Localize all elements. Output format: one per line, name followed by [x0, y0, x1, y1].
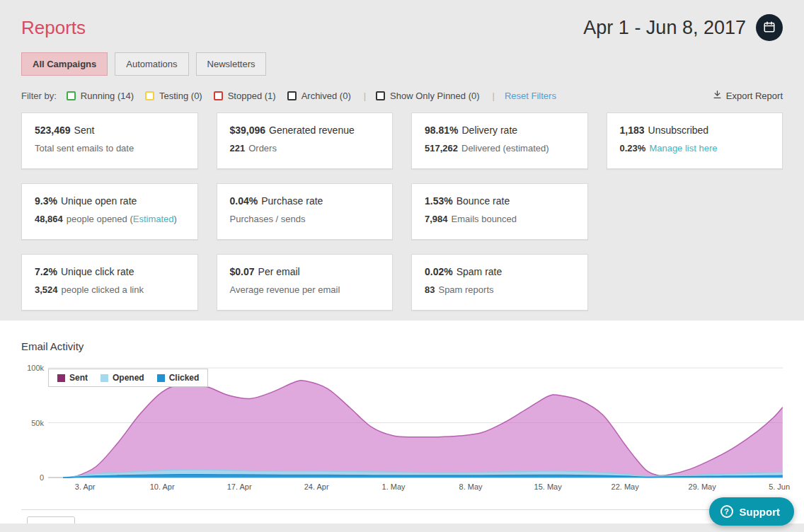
sent-swatch-icon: [57, 374, 65, 382]
filter-running-label: Running (14): [81, 91, 134, 101]
stat-primary: 1,183Unsubscribed: [620, 125, 770, 136]
filter-pinned-label: Show Only Pinned (0): [390, 91, 479, 101]
stat-secondary: 48,864people opened (Estimated): [35, 214, 185, 224]
legend-item-opened: Opened: [100, 373, 144, 383]
stat-secondary: 0.23%Manage list here: [620, 143, 770, 154]
filter-show-only-pinned[interactable]: Show Only Pinned (0): [376, 91, 479, 101]
campaign-tabs: All Campaigns Automations Newsletters: [21, 52, 783, 76]
svg-text:50k: 50k: [31, 419, 44, 427]
stopped-checkbox[interactable]: [214, 91, 223, 100]
svg-text:1. May: 1. May: [382, 482, 406, 491]
chart-title: Email Activity: [0, 320, 804, 352]
stat-secondary: 83Spam reports: [425, 284, 575, 295]
svg-text:8. May: 8. May: [459, 482, 483, 491]
svg-text:24. Apr: 24. Apr: [304, 482, 329, 491]
export-report-button[interactable]: Export Report: [713, 90, 783, 101]
svg-text:10. Apr: 10. Apr: [150, 482, 175, 491]
calendar-icon: [763, 21, 776, 35]
stat-card-unique-click-rate: 7.2%Unique click rate 3,524people clicke…: [21, 254, 198, 311]
stat-card-sent: 523,469Sent Total sent emails to date: [21, 112, 198, 169]
filter-bar: Filter by: Running (14) Testing (0) Stop…: [21, 90, 783, 101]
page-title: Reports: [21, 17, 86, 39]
separator: |: [364, 91, 366, 101]
support-button[interactable]: ? Support: [709, 497, 795, 526]
question-icon: ?: [720, 505, 733, 518]
filter-stopped[interactable]: Stopped (1): [214, 91, 276, 101]
chart-legend: Sent Opened Clicked: [48, 369, 208, 387]
stat-card-unsubscribed: 1,183Unsubscribed 0.23%Manage list here: [607, 112, 783, 169]
estimated-link[interactable]: Estimated: [133, 214, 174, 224]
partial-control[interactable]: [27, 516, 75, 524]
svg-text:29. May: 29. May: [689, 482, 717, 491]
filter-archived-label: Archived (0): [302, 91, 351, 101]
stat-card-generated-revenue: $39,096Generated revenue 221Orders: [217, 112, 394, 169]
date-range-text[interactable]: Apr 1 - Jun 8, 2017: [583, 17, 746, 39]
legend-item-clicked: Clicked: [157, 373, 200, 383]
reset-filters-link[interactable]: Reset Filters: [505, 91, 556, 101]
header: Reports Apr 1 - Jun 8, 2017: [21, 11, 783, 44]
testing-checkbox[interactable]: [145, 91, 154, 100]
svg-text:17. Apr: 17. Apr: [227, 482, 252, 491]
svg-text:15. May: 15. May: [534, 482, 563, 491]
stat-secondary: Average revenue per email: [230, 284, 380, 295]
svg-text:22. May: 22. May: [611, 482, 640, 491]
clicked-swatch-icon: [157, 374, 165, 382]
svg-text:100k: 100k: [27, 364, 44, 372]
filter-running[interactable]: Running (14): [67, 91, 134, 101]
filter-by-label: Filter by:: [21, 91, 57, 101]
stat-secondary: 3,524people clicked a link: [35, 284, 185, 295]
stat-primary: $0.07Per email: [230, 266, 380, 277]
pinned-checkbox[interactable]: [376, 91, 385, 100]
stat-primary: 9.3%Unique open rate: [35, 195, 185, 207]
stat-secondary: 7,984Emails bounced: [425, 214, 575, 224]
filter-testing-label: Testing (0): [159, 91, 202, 101]
stats-grid: 523,469Sent Total sent emails to date $3…: [21, 112, 783, 311]
stat-secondary: Total sent emails to date: [35, 143, 185, 154]
opened-swatch-icon: [100, 374, 108, 382]
calendar-button[interactable]: [756, 14, 783, 41]
tab-all-campaigns[interactable]: All Campaigns: [21, 52, 108, 76]
stat-secondary: 221Orders: [230, 143, 380, 154]
stat-card-delivery-rate: 98.81%Delivery rate 517,262Delivered (es…: [411, 112, 588, 169]
stat-primary: $39,096Generated revenue: [230, 125, 380, 136]
stat-card-purchase-rate: 0.04%Purchase rate Purchases / sends: [217, 183, 394, 240]
stat-primary: 523,469Sent: [35, 125, 185, 136]
separator: |: [493, 91, 495, 101]
tab-automations[interactable]: Automations: [115, 52, 188, 76]
support-label: Support: [740, 506, 781, 518]
svg-text:5. Jun: 5. Jun: [769, 482, 790, 491]
manage-list-link[interactable]: Manage list here: [649, 143, 717, 154]
stat-primary: 0.02%Spam rate: [425, 266, 575, 277]
stat-primary: 98.81%Delivery rate: [425, 125, 575, 136]
svg-text:0: 0: [40, 473, 44, 482]
filter-stopped-label: Stopped (1): [228, 91, 276, 101]
legend-item-sent: Sent: [57, 373, 88, 383]
download-icon: [713, 90, 722, 101]
stat-primary: 7.2%Unique click rate: [35, 266, 185, 277]
filter-testing[interactable]: Testing (0): [145, 91, 202, 101]
tab-newsletters[interactable]: Newsletters: [196, 52, 267, 76]
email-activity-section: Email Activity Sent Opened Clicked 100k5…: [0, 320, 804, 524]
stat-primary: 1.53%Bounce rate: [425, 195, 575, 207]
stat-primary: 0.04%Purchase rate: [230, 195, 380, 207]
stat-card-per-email: $0.07Per email Average revenue per email: [217, 254, 394, 311]
filter-archived[interactable]: Archived (0): [287, 91, 351, 101]
stat-secondary: 517,262Delivered (estimated): [425, 143, 575, 154]
date-range-area: Apr 1 - Jun 8, 2017: [583, 14, 783, 41]
svg-text:3. Apr: 3. Apr: [75, 482, 96, 491]
top-area: Reports Apr 1 - Jun 8, 2017 All Campaign…: [0, 0, 804, 311]
section-divider: [21, 509, 783, 510]
stat-secondary: Purchases / sends: [230, 214, 380, 224]
archived-checkbox[interactable]: [287, 91, 297, 100]
stat-card-spam-rate: 0.02%Spam rate 83Spam reports: [411, 254, 588, 311]
export-report-label: Export Report: [726, 91, 783, 101]
stat-card-bounce-rate: 1.53%Bounce rate 7,984Emails bounced: [411, 183, 588, 240]
stat-card-unique-open-rate: 9.3%Unique open rate 48,864people opened…: [21, 183, 198, 240]
running-checkbox[interactable]: [67, 91, 76, 100]
